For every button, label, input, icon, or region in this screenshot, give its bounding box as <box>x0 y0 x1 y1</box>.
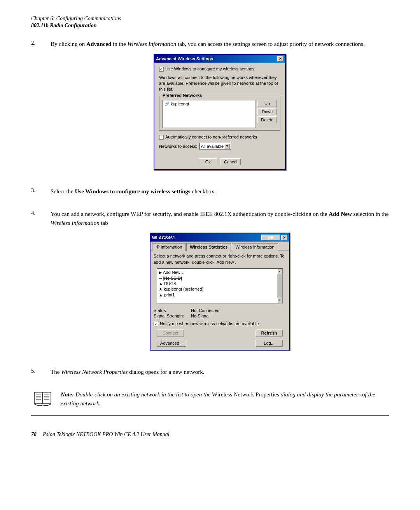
dialog2-network-list[interactable]: ▶ Add New… ─ [No SSID] ▲ DUG8 ★ <box>157 268 283 303</box>
dialog1-network-label: kuplexngt <box>171 102 189 106</box>
dialog1-checkbox2[interactable] <box>159 135 164 140</box>
step-3: 3. Select the Use Windows to configure m… <box>31 187 389 202</box>
dialog1-checkbox1-row: ✓ Use Windows to configure my wireless s… <box>159 67 280 72</box>
note-text-content: Note: Double-click on an existing networ… <box>61 390 389 408</box>
advanced-wireless-settings-dialog: Advanced Wireless Settings ✕ ✓ Use Windo… <box>154 54 286 170</box>
dialog1-titlebar: Advanced Wireless Settings ✕ <box>154 55 285 63</box>
chapter-header: Chapter 6: Configuring Communications 80… <box>31 16 389 29</box>
dialog1-down-button[interactable]: Down <box>257 108 277 115</box>
network-item-no-ssid[interactable]: ─ [No SSID] <box>158 275 282 281</box>
dialog1-network-listbox[interactable]: 🔗 kuplexngt <box>163 100 256 128</box>
dialog1-checkbox1[interactable]: ✓ <box>159 67 164 72</box>
signal-label: Signal Strength: <box>154 314 189 318</box>
network-item-print1[interactable]: ▲ print1 <box>158 292 282 298</box>
dialog2-close-button[interactable]: ✕ <box>281 235 287 240</box>
dialog1-network-item: 🔗 kuplexngt <box>164 101 255 107</box>
dialog1-groupbox-title: Preferred Networks <box>162 93 203 98</box>
combo-arrow-icon[interactable]: ▼ <box>224 144 230 149</box>
step-4: 4. You can add a network, configure WEP … <box>31 210 389 359</box>
step-number: 2. <box>31 40 51 179</box>
dialog1-networks-value: All available <box>201 144 224 149</box>
no-ssid-label: [No SSID] <box>163 276 182 280</box>
note-book-icon <box>31 390 54 408</box>
book-svg <box>32 390 54 408</box>
step-2: 2. By clicking on Advanced in the Wirele… <box>31 40 389 179</box>
dialog1-cancel-button[interactable]: Cancel <box>220 158 241 165</box>
connect-button[interactable]: Connect <box>157 329 184 336</box>
print1-label: print1 <box>164 293 175 297</box>
step-2-bold: Advanced <box>86 41 111 47</box>
dialog1-wrapper: Advanced Wireless Settings ✕ ✓ Use Windo… <box>51 54 389 170</box>
dialog2-notify-row: ✓ Notify me when new wireless networks a… <box>150 320 289 328</box>
dialog1-networks-label: Networks to access: <box>159 144 197 149</box>
dialog2-titlebar: WLAGS461 OK ✕ <box>150 233 289 242</box>
step-4-italic: Wireless Information <box>51 220 100 226</box>
step-2-italic: Wireless Information <box>128 41 177 47</box>
scrollbar-up[interactable]: ▲ <box>277 269 283 274</box>
dialog2-notify-checkbox[interactable]: ✓ <box>154 322 158 326</box>
step-5-text: The Wireless Network Properties dialog o… <box>51 368 389 377</box>
dialog2-title-text: WLAGS461 <box>152 235 175 240</box>
signal-value: No Signal <box>191 314 210 318</box>
note-label: Note: <box>61 391 74 398</box>
dialog1-preferred-networks-group: Preferred Networks 🔗 kuplexngt Up Down <box>159 96 280 131</box>
note-normal-text: Wireless Network Properties <box>212 391 280 398</box>
add-new-icon: ▶ <box>159 270 162 275</box>
note-italic-text: Double-click on an existing network in t… <box>75 391 212 398</box>
advanced-button[interactable]: Advanced... <box>157 340 186 347</box>
kuplexngt-label: kuplexngt (preferred) <box>164 287 203 291</box>
footer-right-pair: Refresh <box>256 329 283 336</box>
dialog1-networks-row: Networks to access: All available ▼ <box>159 143 280 150</box>
log-button[interactable]: Log... <box>256 340 283 347</box>
dialog1-title-text: Advanced Wireless Settings <box>156 56 213 61</box>
step-2-text: By clicking on Advanced in the Wireless … <box>51 40 389 49</box>
page-number: 78 <box>31 431 37 438</box>
tab-wireless-statistics[interactable]: Wireless Statistics <box>186 243 231 251</box>
dialog2-network-list-wrapper: ▶ Add New… ─ [No SSID] ▲ DUG8 ★ <box>154 268 286 303</box>
dialog1-ok-button[interactable]: Ok <box>199 158 217 165</box>
dialog1-close-button[interactable]: ✕ <box>277 56 284 61</box>
dialog1-up-button[interactable]: Up <box>257 100 277 107</box>
chapter-title: Chapter 6: Configuring Communications <box>31 16 389 22</box>
dialog1-desc: Windows will connect to the following ne… <box>159 75 280 93</box>
dialog1-checkbox2-row: Automatically connect to non-preferred n… <box>159 135 280 140</box>
dialog1-networks-combo[interactable]: All available ▼ <box>200 143 231 150</box>
status-value: Not Connected <box>191 308 219 313</box>
dialog2-status-row: Status: Not Connected <box>154 308 286 313</box>
dialog2-desc: Select a network and press connect or ri… <box>150 251 289 265</box>
step-4-number: 4. <box>31 210 51 359</box>
tab-ip-information[interactable]: IP Information <box>152 243 186 251</box>
step-5: 5. The Wireless Network Properties dialo… <box>31 368 389 382</box>
footer-left-pair: Connect <box>157 329 184 336</box>
print1-icon: ▲ <box>159 293 163 297</box>
dug8-icon: ▲ <box>159 281 163 286</box>
network-item-dug8[interactable]: ▲ DUG8 <box>158 281 282 286</box>
dialog2-footer2: Advanced... Log... <box>150 340 289 350</box>
dialog2-status-area: Status: Not Connected Signal Strength: N… <box>150 307 289 320</box>
tab-wireless-information[interactable]: Wireless Information <box>232 243 278 251</box>
scrollbar-down[interactable]: ▼ <box>277 298 283 303</box>
dialog2-tabs: IP Information Wireless Statistics Wirel… <box>150 242 289 251</box>
refresh-button[interactable]: Refresh <box>256 329 283 336</box>
dug8-label: DUG8 <box>164 281 176 286</box>
step-4-text: You can add a network, configure WEP for… <box>51 210 389 227</box>
dialog2-ok-title-button[interactable]: OK <box>261 235 280 240</box>
dialog2-titlebar-buttons: OK ✕ <box>261 235 287 240</box>
page-footer: 78 Psion Teklogix NETBOOK PRO Win CE 4.2… <box>31 431 389 438</box>
dialog1-delete-button[interactable]: Delete <box>257 116 277 123</box>
step-4-content: You can add a network, configure WEP for… <box>51 210 389 359</box>
dialog2-footer: Connect Refresh <box>150 328 289 340</box>
step-content: By clicking on Advanced in the Wireless … <box>51 40 389 179</box>
dialog2-notify-label: Notify me when new wireless networks are… <box>160 321 259 326</box>
network-icon: 🔗 <box>164 102 169 106</box>
step-5-number: 5. <box>31 368 51 382</box>
dialog1-checkbox1-label: Use Windows to configure my wireless set… <box>165 67 254 71</box>
scrollbar-track <box>277 274 283 298</box>
network-list-scrollbar[interactable]: ▲ ▼ <box>277 269 282 303</box>
network-item-kuplexngt[interactable]: ★ kuplexngt (preferred) <box>158 286 282 292</box>
footer-separator <box>31 415 389 416</box>
status-label: Status: <box>154 308 189 313</box>
step-5-content: The Wireless Network Properties dialog o… <box>51 368 389 382</box>
network-item-add-new[interactable]: ▶ Add New… <box>158 270 282 275</box>
step-4-bold: Add New <box>329 211 352 217</box>
